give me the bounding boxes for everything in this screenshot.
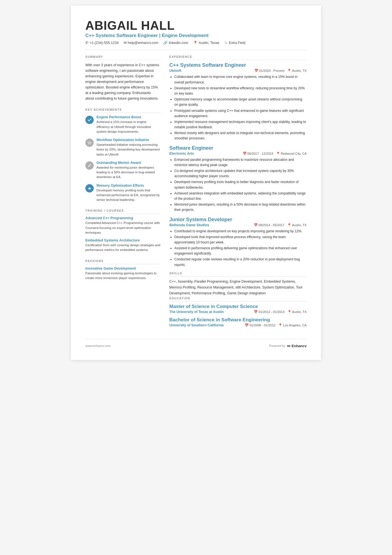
header: ABIGAIL HALL C++ Systems Software Engine… [85,19,307,50]
achievement-icon-pencil [85,161,94,170]
contact-extra: ☆ Extra Field [224,41,245,45]
edu-meta: The University of Texas at Austin 📅 01/2… [169,310,307,314]
achievement-title: Engine Performance Boost [96,115,160,119]
passion-desc: Passionate about evolving gaming technol… [85,271,160,281]
brand-name: Enhancv [292,344,307,348]
svg-marker-1 [88,187,91,190]
skills-text: C++, Assembly, Parallel Programming, Eng… [169,279,307,297]
location-icon: 📍 [193,41,198,45]
enhancv-logo: ∞ Enhancv [287,343,307,349]
edu-dates-loc: 📅 01/2012 - 01/2014 📍 Austin, TX [254,310,307,314]
phone-icon: ✆ [85,41,88,45]
achievements-section: KEY ACHIEVEMENTS Engine Performance Boos… [85,108,160,202]
bullet-item: Assisted in performance profiling delive… [174,246,307,256]
footer-url: www.enhancv.com [85,344,111,347]
contact-linkedin: 🔗 linkedin.com [163,41,188,45]
bullet-item: Developed memory profiling tools leading… [174,179,307,190]
job-dates: 📅 08/2014 - 05/2017 [254,223,284,227]
contact-location: 📍 Austin, Texas [193,41,219,45]
edu-degree: Master of Science in Computer Science [169,304,307,309]
summary-label: SUMMARY [85,55,160,60]
achievement-icon-star-outline [85,139,94,147]
training-title: Advanced C++ Programming [85,216,160,220]
achievement-title: Memory Optimization Efforts [96,184,160,188]
bullet-item: Developed new tools to streamline workfl… [174,86,307,96]
job-meta: Electronic Arts 📅 06/2017 - 12/2019 📍 Re… [169,152,307,156]
achievement-content: Outstanding Mentor Award Awarded for men… [96,161,160,180]
achievement-desc: Developed memory profiling tools that en… [96,188,160,203]
edu-location: 📍 Los Angeles, CA [278,323,307,327]
job-dates-loc: 📅 06/2017 - 12/2019 📍 Redwood City, CA [243,152,307,156]
achievement-item: Memory Optimization Efforts Developed me… [85,184,160,203]
contact-email: ✉ help@enhancv.com [124,41,158,45]
edu-location: 📍 Austin, TX [287,310,307,314]
training-item: Embedded Systems Architecture Certificat… [85,238,160,253]
svg-marker-0 [88,141,91,144]
calendar-icon: 📅 [254,310,258,314]
education-label: EDUCATION [169,297,307,302]
job-bullets: Enhanced parallel programming frameworks… [169,157,307,213]
bullet-item: Conducted regular code reviews resulting… [174,257,307,267]
training-desc: Certification from edX covering design s… [85,243,160,253]
achievement-icon-star-filled [85,184,94,193]
bullet-item: Collaborated with team to improve core e… [174,74,307,85]
contact-phone: ✆ +1-(234)-555-1234 [85,41,119,45]
email-icon: ✉ [124,41,127,45]
calendar-icon: 📅 [245,324,249,327]
training-label: TRAINING / COURSES [85,209,160,214]
skills-label: SKILLS [169,272,307,277]
job-location: 📍 Redwood City, CA [276,152,307,156]
resume-page: ABIGAIL HALL C++ Systems Software Engine… [71,6,321,360]
bullet-item: Developed tools that improved workflow p… [174,235,307,245]
job-company: Ubisoft [169,69,181,73]
summary-section: SUMMARY With over 3 years of experience … [85,55,160,101]
achievement-content: Engine Performance Boost Achieved a 15% … [96,115,160,134]
job-dates: 📅 06/2017 - 12/2019 [243,152,273,156]
edu-degree: Bachelor of Science in Software Engineer… [169,317,307,323]
achievement-title: Outstanding Mentor Award [96,161,160,165]
job-bullets: Contributed to engine development on key… [169,229,307,268]
candidate-title: C++ Systems Software Engineer | Engine D… [85,33,307,38]
achievement-item: Workflow Optimization Initiative Spearhe… [85,138,160,157]
contact-bar: ✆ +1-(234)-555-1234 ✉ help@enhancv.com 🔗… [85,41,307,45]
achievement-title: Workflow Optimization Initiative [96,138,160,142]
job-location: 📍 Austin, TX [287,223,307,227]
passion-title: Innovative Game Development [85,267,160,270]
training-item: Advanced C++ Programming Completed Advan… [85,216,160,235]
job-entry: C++ Systems Software Engineer Ubisoft 📅 … [169,62,307,141]
candidate-name: ABIGAIL HALL [85,19,307,32]
job-entry: Junior Systems Developer Bethesda Game S… [169,217,307,268]
powered-by-text: Powered by [269,344,285,347]
education-entry: Bachelor of Science in Software Engineer… [169,317,307,327]
achievement-desc: Awarded for mentoring junior developers … [96,165,160,180]
page-footer: www.enhancv.com Powered by ∞ Enhancv [85,339,307,349]
location-icon: 📍 [287,310,291,314]
location-icon: 📍 [276,152,280,156]
edu-dates: 📅 01/2008 - 01/2012 [245,323,276,327]
job-title: Software Engineer [169,145,307,151]
job-title: Junior Systems Developer [169,217,307,223]
experience-section: EXPERIENCE C++ Systems Software Engineer… [169,55,307,267]
job-meta: Ubisoft 📅 01/2020 - Present 📍 Austin, TX [169,69,307,73]
bullet-item: Optimized memory usage to accommodate la… [174,97,307,107]
extra-icon: ☆ [224,41,228,45]
achievement-item: Engine Performance Boost Achieved a 15% … [85,115,160,134]
training-section: TRAINING / COURSES Advanced C++ Programm… [85,209,160,252]
linkedin-icon: 🔗 [163,41,168,45]
passions-section: PASSIONS Innovative Game Development Pas… [85,259,160,281]
job-company: Electronic Arts [169,152,194,156]
main-columns: SUMMARY With over 3 years of experience … [85,55,307,330]
passions-label: PASSIONS [85,259,160,264]
job-location: 📍 Austin, TX [287,69,307,73]
job-dates-loc: 📅 01/2020 - Present 📍 Austin, TX [254,69,307,73]
enhancv-logo-icon: ∞ [287,343,291,349]
edu-meta: University of Southern California 📅 01/2… [169,323,307,327]
job-dates: 📅 01/2020 - Present [254,69,284,73]
edu-school: University of Southern California [169,323,224,327]
education-section: EDUCATION Master of Science in Computer … [169,297,307,327]
bullet-item: Enhanced parallel programming frameworks… [174,157,307,168]
job-meta: Bethesda Game Studios 📅 08/2014 - 05/201… [169,223,307,227]
training-desc: Completed Advanced C++ Programming cours… [85,221,160,235]
bullet-item: Achieved seamless integration with embed… [174,191,307,201]
bullet-item: Prototyped versatile systems using C++ t… [174,108,307,119]
